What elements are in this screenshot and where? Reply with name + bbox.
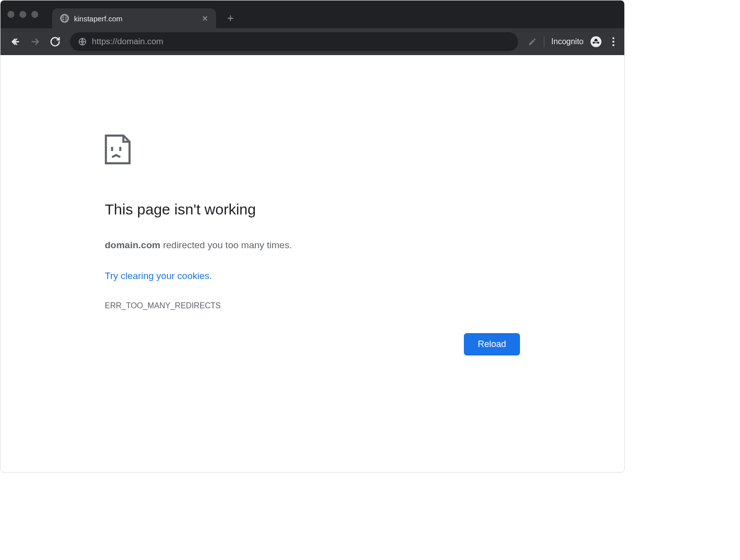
forward-button[interactable] (26, 33, 44, 51)
close-window-button[interactable] (7, 11, 14, 18)
reload-toolbar-button[interactable] (46, 33, 64, 51)
maximize-window-button[interactable] (31, 11, 38, 18)
incognito-icon[interactable] (591, 36, 601, 47)
error-suggestion: Try clearing your cookies. (105, 271, 520, 281)
url-text: https://domain.com (92, 37, 510, 47)
close-tab-icon[interactable]: ✕ (200, 12, 210, 25)
globe-icon (60, 14, 69, 23)
page-content: This page isn't working domain.com redir… (0, 55, 624, 473)
back-button[interactable] (6, 33, 24, 51)
error-description: domain.com redirected you too many times… (105, 240, 520, 251)
error-domain: domain.com (105, 240, 160, 250)
error-code: ERR_TOO_MANY_REDIRECTS (105, 301, 520, 310)
edit-icon[interactable] (528, 37, 537, 46)
error-title: This page isn't working (105, 201, 520, 218)
address-bar[interactable]: https://domain.com (70, 32, 518, 51)
site-info-icon[interactable] (78, 37, 87, 46)
toolbar-divider (544, 36, 544, 47)
window-controls (7, 11, 38, 18)
sad-page-icon (105, 135, 520, 166)
incognito-label: Incognito (551, 37, 584, 46)
error-desc-suffix: redirected you too many times. (160, 240, 292, 250)
clear-cookies-link[interactable]: Try clearing your cookies (105, 271, 209, 281)
kebab-menu-icon[interactable] (608, 34, 618, 49)
new-tab-button[interactable]: ＋ (225, 10, 236, 25)
error-link-suffix: . (209, 271, 212, 281)
tab-title: kinstaperf.com (74, 14, 200, 23)
browser-chrome: kinstaperf.com ✕ ＋ https://domain.com (0, 0, 624, 55)
toolbar: https://domain.com Incognito (0, 28, 624, 55)
minimize-window-button[interactable] (19, 11, 26, 18)
tab-bar: kinstaperf.com ✕ ＋ (0, 0, 624, 28)
reload-button[interactable]: Reload (464, 333, 520, 355)
browser-tab[interactable]: kinstaperf.com ✕ (52, 8, 216, 28)
toolbar-right: Incognito (528, 34, 618, 49)
